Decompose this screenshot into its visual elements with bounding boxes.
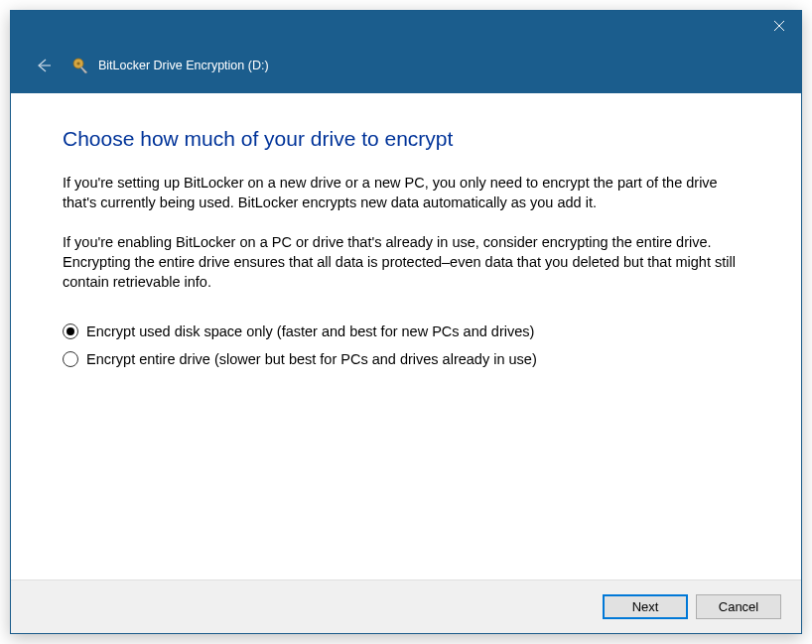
dialog-window: BitLocker Drive Encryption (D:) Choose h…	[10, 10, 802, 634]
dialog-footer: Next Cancel	[11, 580, 801, 633]
titlebar-title: BitLocker Drive Encryption (D:)	[98, 59, 269, 72]
radio-indicator	[63, 351, 78, 367]
radio-group: Encrypt used disk space only (faster and…	[63, 323, 749, 367]
info-paragraph-2: If you're enabling BitLocker on a PC or …	[63, 232, 749, 292]
radio-option-entire-drive[interactable]: Encrypt entire drive (slower but best fo…	[63, 351, 749, 367]
close-button[interactable]	[756, 11, 801, 41]
back-button[interactable]	[29, 52, 57, 79]
next-button[interactable]: Next	[603, 594, 688, 619]
back-arrow-icon	[33, 56, 53, 75]
radio-indicator	[63, 323, 78, 339]
radio-label: Encrypt entire drive (slower but best fo…	[86, 351, 537, 367]
radio-option-used-space[interactable]: Encrypt used disk space only (faster and…	[63, 323, 749, 339]
page-heading: Choose how much of your drive to encrypt	[63, 127, 749, 151]
info-paragraph-1: If you're setting up BitLocker on a new …	[63, 173, 749, 212]
bitlocker-icon	[70, 56, 90, 75]
close-icon	[773, 20, 785, 32]
content-area: Choose how much of your drive to encrypt…	[11, 93, 801, 580]
radio-label: Encrypt used disk space only (faster and…	[86, 323, 534, 339]
titlebar: BitLocker Drive Encryption (D:)	[11, 11, 801, 93]
svg-point-4	[76, 62, 79, 64]
cancel-button[interactable]: Cancel	[696, 594, 781, 619]
radio-selected-dot	[67, 327, 74, 335]
